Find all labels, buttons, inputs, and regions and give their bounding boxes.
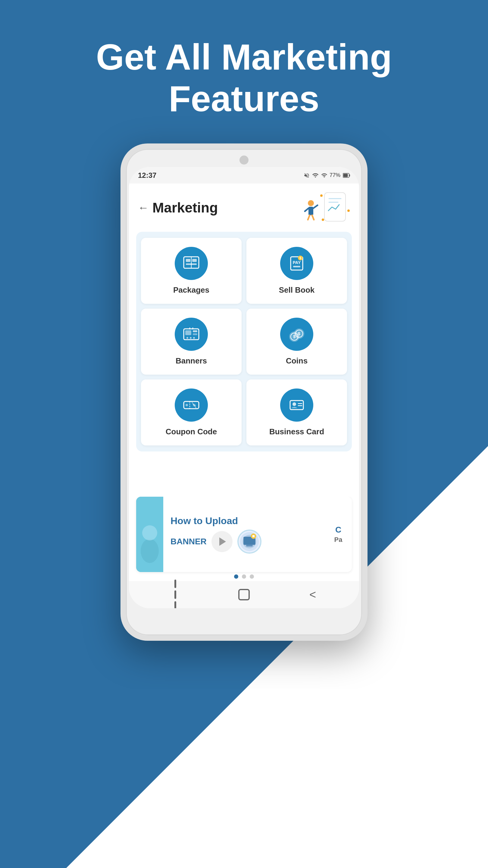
screen: 12:37 77% ← Marketin <box>129 167 359 608</box>
svg-text:PAY: PAY <box>293 260 301 265</box>
nav-square-icon <box>238 589 250 600</box>
dot-1 <box>234 575 238 579</box>
header-svg-illustration <box>302 190 350 226</box>
svg-point-50 <box>141 539 159 563</box>
sell-book-icon: PAY $ <box>288 254 306 273</box>
svg-rect-16 <box>186 259 190 262</box>
business-card-item[interactable]: Business Card <box>247 379 347 445</box>
svg-point-30 <box>190 337 192 339</box>
banners-label: Banners <box>175 356 207 366</box>
nav-lines-icon <box>174 580 176 608</box>
coins-icon-circle: $ $ <box>280 318 313 351</box>
nav-bar: < <box>129 581 359 608</box>
packages-icon <box>182 254 200 273</box>
svg-rect-26 <box>185 330 191 335</box>
svg-rect-1 <box>350 174 350 176</box>
nav-line-3 <box>174 601 176 608</box>
svg-text:$: $ <box>299 256 301 260</box>
business-card-icon <box>288 396 306 414</box>
svg-rect-22 <box>293 266 300 267</box>
svg-point-14 <box>322 218 324 221</box>
play-icon <box>219 537 226 546</box>
front-camera <box>239 156 249 164</box>
business-card-label: Business Card <box>269 427 324 436</box>
volume-down-button <box>121 267 122 290</box>
power-button <box>366 248 367 287</box>
video-carousel: How to Upload BANNER <box>136 497 352 572</box>
wifi-icon <box>312 172 319 179</box>
svg-rect-17 <box>192 259 197 262</box>
video-thumb <box>136 497 163 572</box>
dot-2 <box>242 575 246 579</box>
video-avatar <box>237 530 261 554</box>
nav-line-2 <box>174 590 176 599</box>
svg-point-13 <box>347 210 350 212</box>
svg-line-10 <box>308 215 310 220</box>
phone-wrapper: 12:37 77% ← Marketin <box>0 144 488 641</box>
svg-rect-45 <box>290 401 303 410</box>
svg-line-11 <box>312 215 314 220</box>
headline-line2: Features <box>169 79 319 119</box>
business-card-icon-circle <box>280 389 313 422</box>
svg-rect-3 <box>324 193 346 221</box>
volume-up-button <box>121 233 122 257</box>
app-header: ← Marketing <box>129 184 359 229</box>
svg-point-31 <box>193 337 195 339</box>
video-tag: BANNER <box>170 537 207 547</box>
nav-chevron-icon: < <box>310 588 316 601</box>
page-title: Marketing <box>153 199 218 216</box>
coupon-icon-circle: % <box>175 389 208 422</box>
back-button[interactable]: ← <box>138 201 149 214</box>
video-section: How to Upload BANNER <box>129 497 359 581</box>
sell-book-icon-circle: PAY $ <box>280 247 313 280</box>
headline-line1: Get All Marketing <box>96 37 392 77</box>
coupon-code-item[interactable]: % Coupon Code <box>141 379 241 445</box>
video-right-sublabel: Pa <box>334 536 343 544</box>
avatar-svg <box>238 530 260 554</box>
coupon-icon: % <box>182 396 200 414</box>
status-icons: 77% <box>304 172 350 179</box>
packages-item[interactable]: Packages <box>141 238 241 304</box>
svg-rect-56 <box>246 545 253 546</box>
grid-area: Packages PAY $ <box>129 229 359 494</box>
video-sub-row: BANNER <box>170 530 321 554</box>
svg-point-6 <box>308 200 314 206</box>
play-button[interactable] <box>212 531 233 552</box>
svg-rect-28 <box>193 333 197 335</box>
status-time: 12:37 <box>138 171 156 180</box>
video-how-to: How to Upload <box>170 516 321 527</box>
svg-text:$: $ <box>298 331 300 336</box>
thumb-illustration <box>136 497 163 572</box>
banners-item[interactable]: Banners <box>141 309 241 375</box>
coins-icon: $ $ <box>288 325 306 343</box>
nav-home-button[interactable] <box>235 586 253 604</box>
grid-container: Packages PAY $ <box>136 232 352 452</box>
coins-label: Coins <box>286 356 307 366</box>
sell-book-item[interactable]: PAY $ Sell Book <box>247 238 347 304</box>
svg-rect-58 <box>253 535 255 537</box>
back-nav: ← Marketing <box>138 199 218 216</box>
sell-book-label: Sell Book <box>279 285 315 295</box>
banners-icon-circle <box>175 318 208 351</box>
svg-rect-2 <box>344 174 348 177</box>
banners-icon <box>182 325 200 343</box>
status-bar: 12:37 77% <box>129 167 359 184</box>
nav-lines-button[interactable] <box>166 586 184 604</box>
dots-row <box>136 575 352 579</box>
video-right: C Pa <box>328 525 352 544</box>
coupon-code-label: Coupon Code <box>166 427 217 436</box>
svg-point-29 <box>187 337 188 339</box>
packages-label: Packages <box>173 285 209 295</box>
coins-item[interactable]: $ $ Coins <box>247 309 347 375</box>
video-middle: How to Upload BANNER <box>163 509 328 560</box>
video-right-label: C <box>335 525 341 535</box>
phone: 12:37 77% ← Marketin <box>121 144 367 641</box>
headline: Get All Marketing Features <box>0 0 488 144</box>
battery-icon <box>343 173 350 178</box>
nav-back-button[interactable]: < <box>304 586 322 604</box>
svg-point-46 <box>293 402 296 406</box>
svg-line-9 <box>313 205 318 208</box>
signal-icon <box>321 173 327 179</box>
svg-point-51 <box>142 525 157 540</box>
header-illustration <box>302 190 350 226</box>
